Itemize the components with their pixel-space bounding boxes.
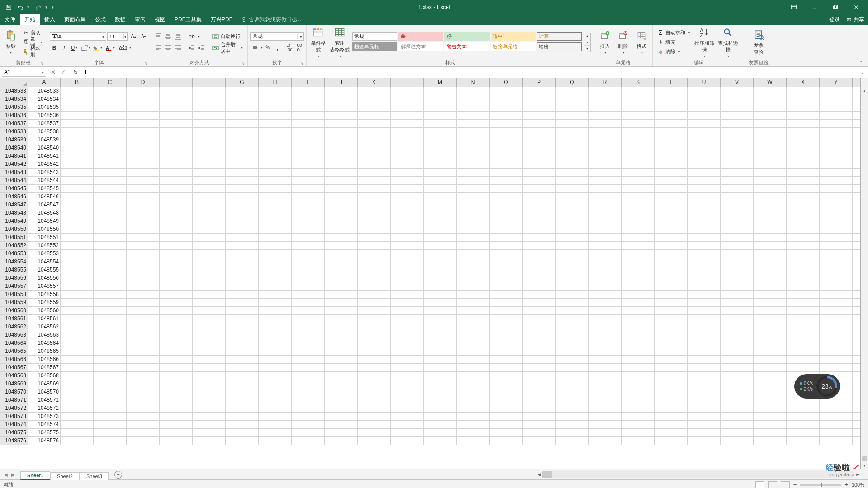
cell[interactable] xyxy=(688,413,721,421)
ribbon-tab-1[interactable]: 开始 xyxy=(20,14,40,25)
cell[interactable]: 1048539 xyxy=(28,136,61,144)
cell[interactable] xyxy=(622,380,655,388)
cell[interactable] xyxy=(523,209,556,217)
cell[interactable] xyxy=(61,112,94,120)
cell[interactable] xyxy=(424,364,457,372)
cell[interactable] xyxy=(655,396,688,404)
cell[interactable]: 1048555 xyxy=(28,266,61,274)
cell[interactable] xyxy=(721,193,754,201)
cell[interactable] xyxy=(358,396,391,404)
cell[interactable] xyxy=(325,128,358,136)
cell[interactable] xyxy=(589,209,622,217)
cell[interactable] xyxy=(523,339,556,347)
cell[interactable] xyxy=(61,258,94,266)
number-format-combo[interactable]: ▾ xyxy=(250,32,304,41)
cell[interactable] xyxy=(358,372,391,380)
cell[interactable] xyxy=(754,144,787,152)
cell[interactable] xyxy=(193,339,226,347)
cell[interactable] xyxy=(127,160,160,169)
cell[interactable] xyxy=(457,136,490,144)
cell[interactable] xyxy=(160,217,193,225)
cell[interactable] xyxy=(424,347,457,356)
login-link[interactable]: 登录 xyxy=(829,16,840,23)
cell[interactable] xyxy=(358,177,391,185)
cell[interactable] xyxy=(787,177,820,185)
sheet-tab[interactable]: Sheet3 xyxy=(80,472,109,480)
cell[interactable] xyxy=(820,307,853,315)
cell[interactable] xyxy=(523,323,556,331)
cell[interactable] xyxy=(688,128,721,136)
cell[interactable] xyxy=(754,152,787,160)
cell[interactable] xyxy=(358,404,391,413)
cell[interactable] xyxy=(655,282,688,291)
cell[interactable] xyxy=(820,120,853,128)
decrease-decimal-icon[interactable]: .00.0 xyxy=(295,43,303,52)
cell[interactable] xyxy=(127,225,160,234)
cell[interactable] xyxy=(259,307,292,315)
cell[interactable] xyxy=(61,103,94,112)
cell[interactable] xyxy=(325,169,358,177)
cell[interactable] xyxy=(424,421,457,429)
cell[interactable] xyxy=(688,103,721,112)
cell[interactable] xyxy=(259,274,292,282)
cell[interactable] xyxy=(226,193,259,201)
cell[interactable] xyxy=(754,112,787,120)
cell[interactable] xyxy=(94,356,127,364)
cell[interactable] xyxy=(358,421,391,429)
cell[interactable] xyxy=(820,242,853,250)
cell[interactable] xyxy=(688,380,721,388)
cell[interactable] xyxy=(325,307,358,315)
cell-style-gallery[interactable]: 常规差好适中计算检查单元格解释性文本警告文本链接单元格输出 xyxy=(352,32,582,52)
cell[interactable] xyxy=(325,266,358,274)
accounting-format-icon[interactable] xyxy=(250,43,259,52)
ribbon-tab-9[interactable]: 万兴PDF xyxy=(206,14,237,25)
cell[interactable] xyxy=(94,299,127,307)
cell[interactable] xyxy=(589,120,622,128)
cell[interactable] xyxy=(325,274,358,282)
cell[interactable] xyxy=(358,339,391,347)
cell[interactable] xyxy=(292,347,325,356)
cell[interactable] xyxy=(523,201,556,209)
cell[interactable] xyxy=(490,177,523,185)
cell[interactable] xyxy=(754,437,787,445)
cell[interactable] xyxy=(325,364,358,372)
cell-style-option[interactable]: 好 xyxy=(444,32,490,41)
cell[interactable] xyxy=(655,234,688,242)
cell[interactable] xyxy=(556,266,589,274)
row-header[interactable]: 1048567 xyxy=(0,364,28,372)
cell[interactable] xyxy=(556,217,589,225)
cell[interactable] xyxy=(424,103,457,112)
align-center-icon[interactable] xyxy=(164,43,173,52)
cell[interactable] xyxy=(325,315,358,323)
cell[interactable] xyxy=(193,299,226,307)
cell[interactable] xyxy=(226,396,259,404)
row-header[interactable]: 1048534 xyxy=(0,95,28,103)
horizontal-scrollbar[interactable]: ◀ ▶ xyxy=(535,469,861,479)
cell[interactable] xyxy=(787,421,820,429)
format-painter-button[interactable]: 格式刷 xyxy=(21,47,44,56)
cell[interactable] xyxy=(424,250,457,258)
cell[interactable] xyxy=(490,274,523,282)
cell[interactable] xyxy=(523,242,556,250)
fill-color-icon[interactable]: ▾ xyxy=(93,43,102,52)
cell[interactable] xyxy=(160,339,193,347)
cell[interactable] xyxy=(556,356,589,364)
cell[interactable] xyxy=(391,299,424,307)
cell[interactable] xyxy=(490,201,523,209)
cell[interactable] xyxy=(490,136,523,144)
cell[interactable] xyxy=(754,193,787,201)
cell[interactable] xyxy=(94,217,127,225)
cell[interactable] xyxy=(127,258,160,266)
cell[interactable] xyxy=(160,429,193,437)
row-header[interactable]: 1048559 xyxy=(0,299,28,307)
row-header[interactable]: 1048568 xyxy=(0,372,28,380)
column-header[interactable]: V xyxy=(721,78,754,87)
cell[interactable] xyxy=(325,95,358,103)
cell[interactable] xyxy=(721,339,754,347)
cell[interactable] xyxy=(61,282,94,291)
row-header[interactable]: 1048569 xyxy=(0,380,28,388)
cell[interactable] xyxy=(622,356,655,364)
column-header[interactable]: U xyxy=(688,78,721,87)
cell[interactable] xyxy=(424,331,457,339)
cell[interactable] xyxy=(457,266,490,274)
